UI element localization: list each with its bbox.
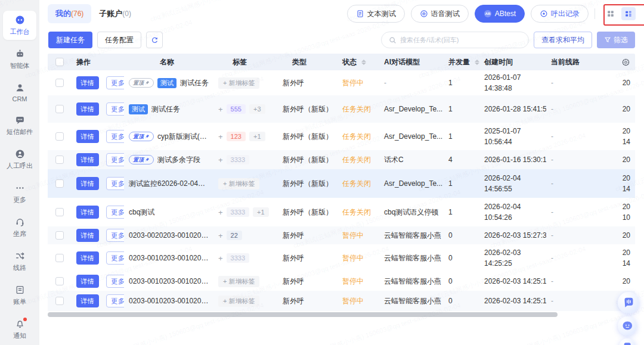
more-button[interactable]: 更多 [106,275,124,288]
tag-pill[interactable]: 3333 [227,155,249,164]
header-action-文本测试[interactable]: 文本测试 [347,5,405,23]
more-button[interactable]: 更多 [106,130,124,143]
task-name: 测试任务 [151,104,180,114]
refresh-button[interactable] [146,32,163,48]
detail-button[interactable]: 详情 [76,76,99,89]
detail-button[interactable]: 详情 [76,229,99,242]
hidden-extra-button[interactable] [619,338,636,345]
header-action-ABtest[interactable]: ABABtest [475,5,525,23]
sort-icon[interactable] [475,60,479,65]
header-action-语音测试[interactable]: 语音测试 [411,5,469,23]
row-checkbox[interactable] [55,231,64,240]
add-tag-button[interactable]: + 新增标签 [218,276,259,287]
ai-model-cell: cbq测试语义停顿 [379,207,444,217]
toolbar: 新建任务 任务配置 查看求和平均 筛选 [39,27,644,52]
more-button[interactable]: 更多 [106,251,124,265]
sidebar-item-更多[interactable]: 更多 [3,179,36,208]
add-tag-button[interactable]: + 新增标签 [218,178,259,189]
tab-mine[interactable]: 我的(76) [48,4,91,23]
tag-pill[interactable]: 3333 [227,253,249,263]
row-checkbox[interactable] [55,277,64,285]
sidebar-item-人工呼出[interactable]: 人工呼出 [3,145,36,174]
gear-icon[interactable] [621,58,630,67]
voice-assistant-button[interactable] [618,292,639,313]
more-button[interactable]: 更多 [106,229,124,242]
add-tag-button[interactable]: + 新增标签 [218,296,259,307]
task-type-cell: 新外呼 [278,78,338,88]
detail-button[interactable]: 详情 [76,102,99,116]
scrollbar-thumb[interactable] [48,312,558,317]
row-checkbox[interactable] [55,156,64,164]
detail-button[interactable]: 详情 [76,251,99,265]
filter-button[interactable]: 筛选 [597,32,635,48]
detail-button[interactable]: 详情 [76,275,99,288]
crm-icon [15,83,25,93]
list-view-icon[interactable] [621,7,636,20]
sidebar-item-线路[interactable]: 线路 [3,247,36,276]
more-button[interactable]: 更多 [106,206,124,219]
status-badge: 暂停中 [342,231,364,241]
add-tag-button[interactable]: + [218,208,223,217]
row-checkbox[interactable] [55,297,64,305]
tag-pill[interactable]: 555 [227,104,246,114]
grid-view-icon[interactable] [603,7,618,20]
tag-count-badge: +1 [253,207,269,217]
status-badge: 任务关闭 [342,132,371,142]
sidebar-item-工作台[interactable]: 工作台 [3,11,36,40]
horizontal-scrollbar[interactable] [48,312,635,317]
header-action-呼出记录[interactable]: 呼出记录 [531,5,589,23]
row-checkbox[interactable] [55,79,64,87]
created-time: 2026-02-03 14:25:15 [484,276,546,287]
add-tag-button[interactable]: + [218,132,223,141]
view-sum-avg-button[interactable]: 查看求和平均 [534,32,592,48]
detail-button[interactable]: 详情 [76,294,99,307]
detail-button[interactable]: 详情 [76,206,99,219]
detail-button[interactable]: 详情 [76,153,99,166]
detail-button[interactable]: 详情 [76,130,99,143]
add-tag-button[interactable]: + [218,156,223,164]
more-button[interactable]: 更多 [106,76,124,89]
more-button[interactable]: 更多 [106,102,124,116]
add-tag-button[interactable]: + [218,231,223,240]
task-config-button[interactable]: 任务配置 [97,32,141,48]
feedback-button[interactable] [618,316,637,335]
task-name-cell: 测试测试任务 [124,104,213,114]
more-button[interactable]: 更多 [106,153,124,166]
row-checkbox[interactable] [55,179,64,188]
tab-subaccount-count: (0) [122,10,131,18]
sidebar-item-坐席[interactable]: 坐席 [3,213,36,242]
row-checkbox[interactable] [55,254,64,262]
row-checkbox[interactable] [55,208,64,216]
created-time: 2025-01-0710:56:44 [484,126,521,147]
voice-test-icon [420,10,428,18]
ai-model-cell: 话术C [379,155,444,165]
more-button[interactable]: 更多 [106,177,124,190]
tab-subaccount[interactable]: 子账户(0) [91,4,139,23]
sidebar-item-CRM[interactable]: CRM [3,79,36,106]
select-all-checkbox[interactable] [55,58,64,66]
tag-pill[interactable]: 3333 [227,207,249,217]
sidebar-item-智能体[interactable]: 智能体 [3,45,36,74]
tag-pill[interactable]: 22 [227,231,242,240]
row-checkbox[interactable] [55,105,64,113]
concurrency-cell: 1 [444,132,479,141]
row-actions-cell: 详情更多 [72,251,124,265]
column-header-并发量: 并发量 [444,57,479,67]
row-checkbox[interactable] [55,132,64,141]
extra-values-cell: 20 [599,154,635,165]
detail-button[interactable]: 详情 [76,177,99,190]
sidebar-item-短信邮件[interactable]: 短信邮件 [3,111,36,140]
add-tag-button[interactable]: + 新增标签 [218,77,259,89]
sort-icon[interactable] [361,60,366,65]
tag-pill[interactable]: 123 [227,132,246,141]
created-time-cell: 2026-02-03 14:25:15 [479,276,546,287]
sidebar-item-通知[interactable]: 通知 [3,315,36,344]
new-task-button[interactable]: 新建任务 [48,32,92,48]
task-type-cell: 新外呼 [278,276,338,287]
more-button[interactable]: 更多 [106,294,124,307]
search-input[interactable] [400,36,521,44]
sidebar-item-label: 账单 [13,297,26,306]
add-tag-button[interactable]: + [218,254,223,263]
sidebar-item-账单[interactable]: 账单 [3,281,36,310]
add-tag-button[interactable]: + [218,105,223,114]
